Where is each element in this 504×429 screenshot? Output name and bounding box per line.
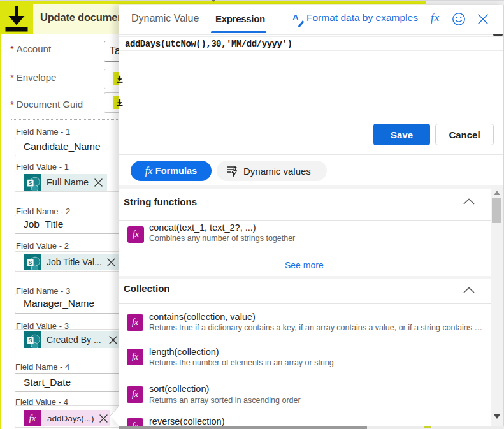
svg-text:S: S — [29, 180, 32, 186]
svg-text:S: S — [29, 337, 32, 344]
svg-text:A: A — [292, 13, 299, 22]
svg-text:S: S — [29, 259, 32, 266]
